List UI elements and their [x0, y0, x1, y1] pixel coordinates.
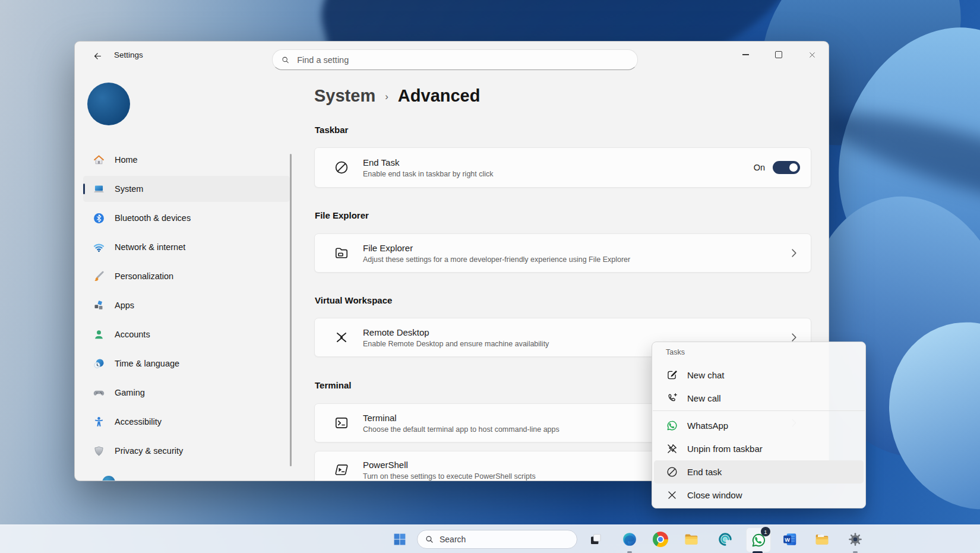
- setting-row-end-task: End Task Enable end task in taskbar by r…: [314, 147, 811, 188]
- menu-item-unpin-from-taskbar[interactable]: Unpin from taskbar: [654, 437, 864, 460]
- sidebar-item-label: Apps: [115, 301, 134, 310]
- taskbar-jump-list: Tasks New chat New call WhatsApp Unpin f…: [652, 342, 866, 508]
- sidebar-item-bluetooth-devices[interactable]: Bluetooth & devices: [83, 205, 290, 231]
- menu-divider: [653, 410, 865, 411]
- sidebar-item-network-internet[interactable]: Network & internet: [83, 234, 290, 260]
- setting-row-file-explorer[interactable]: File Explorer Adjust these settings for …: [314, 233, 811, 273]
- sidebar-item-gaming[interactable]: Gaming: [83, 380, 290, 406]
- partial-sidebar-icon: [102, 476, 115, 481]
- sidebar-item-label: Bluetooth & devices: [115, 213, 191, 223]
- sidebar-item-system[interactable]: System: [83, 176, 290, 202]
- breadcrumb: System › Advanced: [314, 83, 480, 109]
- jump-list-header: Tasks: [666, 348, 685, 356]
- avatar: [87, 83, 130, 125]
- back-arrow-icon: [93, 51, 103, 61]
- sidebar-item-apps[interactable]: Apps: [83, 292, 290, 318]
- menu-item-close-window[interactable]: Close window: [654, 484, 864, 507]
- taskbar-search-label: Search: [440, 535, 466, 544]
- settings-gear-icon: [848, 532, 863, 547]
- end-task-toggle[interactable]: [773, 161, 800, 174]
- notification-badge: 1: [761, 527, 770, 536]
- home-icon: [92, 153, 105, 166]
- personalization-icon: [92, 270, 105, 283]
- sidebar-item-home[interactable]: Home: [83, 147, 290, 173]
- menu-item-new-chat[interactable]: New chat: [654, 364, 864, 387]
- remote-desktop-icon: [333, 328, 350, 346]
- network-icon: [92, 241, 105, 254]
- sidebar-item-time-language[interactable]: Time & language: [83, 350, 290, 377]
- setting-subtitle: Adjust these settings for a more develop…: [363, 255, 788, 264]
- chevron-right-icon: [788, 249, 800, 257]
- end-task-icon: [665, 466, 678, 479]
- breadcrumb-separator-icon: ›: [385, 91, 388, 103]
- sidebar-item-label: System: [115, 184, 143, 194]
- menu-item-label: End task: [687, 467, 722, 477]
- toggle-state-label: On: [754, 163, 765, 172]
- whatsapp-button[interactable]: 1: [746, 527, 771, 552]
- menu-item-label: Close window: [687, 490, 742, 500]
- apps-icon: [92, 299, 105, 312]
- page-title: Advanced: [398, 86, 480, 106]
- time-language-icon: [92, 357, 105, 370]
- folder-icon: [814, 532, 830, 547]
- menu-item-new-call[interactable]: New call: [654, 387, 864, 410]
- sidebar-item-label: Privacy & security: [115, 446, 183, 456]
- file-explorer-button[interactable]: [679, 527, 703, 551]
- start-button[interactable]: [388, 527, 412, 551]
- chrome-icon: [653, 532, 668, 547]
- sidebar-item-accessibility[interactable]: Accessibility: [83, 409, 290, 435]
- sidebar-item-label: Gaming: [115, 388, 145, 397]
- folder-button[interactable]: [810, 527, 834, 551]
- breadcrumb-parent[interactable]: System: [314, 86, 375, 106]
- sidebar-item-personalization[interactable]: Personalization: [83, 263, 290, 289]
- folder-outline-icon: [333, 244, 350, 262]
- edge-button[interactable]: [618, 527, 641, 551]
- edge-icon: [622, 532, 637, 547]
- whatsapp-icon: [665, 419, 678, 432]
- menu-item-label: New call: [687, 393, 721, 403]
- menu-item-label: New chat: [687, 370, 725, 380]
- sidebar-item-label: Accounts: [115, 330, 150, 339]
- accessibility-icon: [92, 415, 105, 428]
- privacy-icon: [92, 444, 105, 457]
- chevron-right-icon: [788, 333, 800, 342]
- setting-title: Remote Desktop: [363, 327, 788, 337]
- sidebar-item-privacy-security[interactable]: Privacy & security: [83, 438, 290, 464]
- end-task-icon: [333, 159, 350, 176]
- file-explorer-icon: [684, 532, 699, 547]
- setting-title: End Task: [363, 157, 754, 168]
- bluetooth-icon: [92, 211, 105, 225]
- sidebar-item-label: Home: [115, 155, 138, 165]
- desktop: Settings Home: [0, 0, 980, 553]
- sidebar-item-label: Personalization: [115, 271, 173, 281]
- gaming-icon: [92, 386, 105, 399]
- sidebar-nav: Home System Bluetooth & devices Network …: [83, 147, 290, 464]
- new-call-icon: [665, 392, 678, 405]
- section-header-file-explorer: File Explorer: [315, 210, 369, 220]
- back-button[interactable]: [88, 47, 107, 65]
- sidebar-scrollbar[interactable]: [290, 154, 292, 466]
- menu-item-end-task[interactable]: End task: [654, 460, 864, 484]
- sidebar-item-accounts[interactable]: Accounts: [83, 321, 290, 347]
- menu-item-whatsapp[interactable]: WhatsApp: [654, 414, 864, 437]
- settings-button[interactable]: [843, 527, 867, 551]
- sidebar-item-label: Accessibility: [115, 417, 162, 426]
- task-view-icon: [589, 532, 603, 546]
- media-app-button[interactable]: [713, 527, 737, 551]
- system-taskbar: Search 1 W: [0, 524, 980, 553]
- section-header-taskbar: Taskbar: [315, 125, 348, 135]
- chrome-button[interactable]: [649, 527, 672, 551]
- accounts-icon: [92, 328, 105, 341]
- menu-item-label: WhatsApp: [687, 421, 728, 431]
- menu-item-label: Unpin from taskbar: [687, 444, 763, 454]
- terminal-icon: [333, 414, 350, 432]
- windows-start-icon: [393, 532, 407, 546]
- section-header-terminal: Terminal: [315, 380, 351, 390]
- toggle-knob: [789, 163, 798, 172]
- task-view-button[interactable]: [584, 527, 608, 551]
- word-button[interactable]: W: [778, 527, 802, 551]
- close-window-icon: [665, 489, 678, 502]
- taskbar-search[interactable]: Search: [417, 530, 577, 549]
- svg-text:W: W: [785, 537, 790, 543]
- sidebar-item-label: Network & internet: [115, 242, 185, 252]
